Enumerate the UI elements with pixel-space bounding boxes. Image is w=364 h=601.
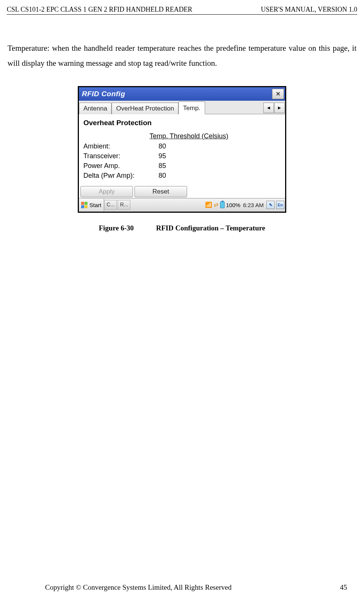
tab-overheat-protection[interactable]: OverHeat Protection xyxy=(112,103,178,114)
tray-button-1[interactable]: ✎ xyxy=(266,201,275,209)
close-button[interactable]: ✕ xyxy=(272,89,284,99)
row-delta: Delta (Pwr Amp): 80 xyxy=(83,172,282,180)
tab-antenna[interactable]: Antenna xyxy=(79,103,112,114)
column-header: Temp. Threshold (Celsius) xyxy=(150,132,282,140)
label-power-amp: Power Amp. xyxy=(83,162,159,170)
value-power-amp: 85 xyxy=(159,162,166,170)
row-power-amp: Power Amp. 85 xyxy=(83,162,282,170)
chevron-right-icon: ► xyxy=(277,105,282,111)
rfid-config-window: RFID Config ✕ Antenna OverHeat Protectio… xyxy=(78,86,286,213)
section-heading: Overheat Protection xyxy=(83,119,282,127)
start-label: Start xyxy=(89,202,101,208)
figure-caption: Figure 6-30 RFID Configuration – Tempera… xyxy=(7,224,357,232)
titlebar: RFID Config ✕ xyxy=(79,87,285,101)
tab-content: Overheat Protection Temp. Threshold (Cel… xyxy=(79,114,285,184)
windows-logo-icon xyxy=(81,202,88,208)
system-tray: 📶 ⇄ 100% 6:23 AM ✎ En xyxy=(131,201,285,209)
page-number: 45 xyxy=(340,583,347,592)
tab-scroll-right[interactable]: ► xyxy=(274,103,285,113)
tab-scroll-left[interactable]: ◄ xyxy=(263,103,274,113)
apply-button: Apply xyxy=(80,186,133,197)
value-transceiver: 95 xyxy=(159,152,166,160)
taskbar-app-2[interactable]: R... xyxy=(118,200,130,210)
window-title: RFID Config xyxy=(82,90,272,98)
clock[interactable]: 6:23 AM xyxy=(243,202,264,208)
value-ambient: 80 xyxy=(159,142,166,150)
chevron-left-icon: ◄ xyxy=(266,105,271,111)
copyright-text: Copyright © Convergence Systems Limited,… xyxy=(45,583,231,592)
label-ambient: Ambient: xyxy=(83,142,159,150)
row-ambient: Ambient: 80 xyxy=(83,142,282,150)
battery-icon[interactable] xyxy=(220,201,225,208)
description-text: Temperature: when the handheld reader te… xyxy=(7,41,357,71)
taskbar-app-1[interactable]: C... xyxy=(104,200,117,210)
header-left: CSL CS101-2 EPC CLASS 1 GEN 2 RFID HANDH… xyxy=(7,6,192,14)
reset-button[interactable]: Reset xyxy=(134,186,187,197)
value-delta: 80 xyxy=(159,172,166,180)
button-bar: Apply Reset xyxy=(79,185,285,198)
battery-percent: 100% xyxy=(226,202,240,208)
figure-wrapper: RFID Config ✕ Antenna OverHeat Protectio… xyxy=(7,86,357,213)
taskbar: Start C... R... 📶 ⇄ 100% 6:23 AM ✎ En xyxy=(79,198,285,212)
row-transceiver: Transceiver: 95 xyxy=(83,152,282,160)
network-icon[interactable]: 📶 xyxy=(205,201,212,208)
figure-number: Figure 6-30 xyxy=(99,224,134,232)
page-header: CSL CS101-2 EPC CLASS 1 GEN 2 RFID HANDH… xyxy=(7,6,357,15)
page-footer: Copyright © Convergence Systems Limited,… xyxy=(0,583,364,592)
ime-button[interactable]: En xyxy=(276,201,284,209)
start-button[interactable]: Start xyxy=(79,198,104,212)
header-right: USER'S MANUAL, VERSION 1.0 xyxy=(261,6,357,14)
tab-strip: Antenna OverHeat Protection Temp. ◄ ► xyxy=(79,101,285,114)
figure-title: RFID Configuration – Temperature xyxy=(156,224,265,232)
sync-icon[interactable]: ⇄ xyxy=(214,201,219,208)
label-transceiver: Transceiver: xyxy=(83,152,159,160)
close-icon: ✕ xyxy=(276,91,281,97)
tab-temp[interactable]: Temp. xyxy=(178,101,205,114)
label-delta: Delta (Pwr Amp): xyxy=(83,172,159,180)
